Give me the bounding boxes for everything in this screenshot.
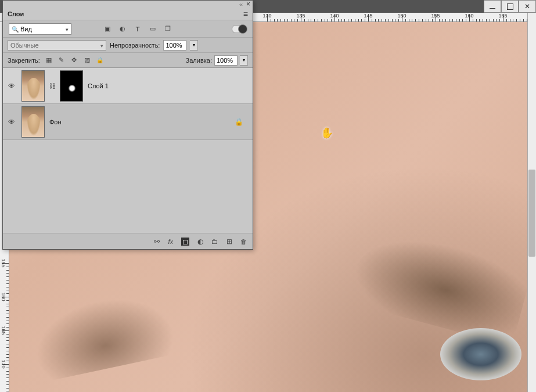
panel-empty-area (3, 140, 253, 233)
layer-thumbnail[interactable] (21, 106, 45, 138)
opacity-value: 100% (166, 42, 182, 49)
fx-icon[interactable]: fx (168, 238, 173, 245)
collapse-icon[interactable] (239, 1, 243, 8)
filter-type-value: Вид (20, 26, 32, 33)
ruler-label: 155 (1, 258, 6, 267)
layer-mask-thumbnail[interactable] (60, 70, 83, 102)
lock-row: Закрепить: Заливка: 100% (3, 53, 253, 68)
ruler-label: 165 (1, 326, 6, 335)
link-icon[interactable]: ⛓ (49, 82, 55, 89)
opacity-label: Непрозрачность: (110, 42, 160, 49)
lock-position-icon[interactable] (70, 56, 78, 64)
visibility-icon[interactable] (8, 82, 15, 90)
panel-footer: fx (3, 233, 253, 249)
ruler-label: 160 (1, 292, 6, 301)
layer-name[interactable]: Слой 1 (88, 82, 109, 89)
opacity-input[interactable]: 100% (163, 40, 186, 51)
ruler-label: 165 (498, 13, 507, 19)
group-icon[interactable] (211, 238, 218, 246)
ruler-label: 145 (364, 13, 372, 19)
fill-label: Заливка: (186, 57, 212, 64)
adjustment-layer-icon[interactable] (197, 238, 203, 246)
lock-icons (45, 56, 104, 64)
layer-name[interactable]: Фон (49, 118, 62, 125)
ruler-label: 130 (262, 13, 271, 19)
chevron-down-icon (100, 42, 103, 49)
panel-close-icon[interactable] (246, 0, 250, 8)
ruler-label: 160 (465, 13, 473, 19)
layer-list: ⛓ Слой 1 Фон 🔒 (3, 68, 253, 140)
ruler-label: 135 (296, 13, 305, 19)
vertical-scrollbar[interactable] (527, 13, 536, 392)
maximize-button[interactable] (501, 0, 519, 13)
ruler-label: 150 (397, 13, 406, 19)
panel-menu-icon[interactable] (243, 9, 248, 19)
search-icon (12, 26, 20, 33)
shape-filter-icon[interactable] (148, 24, 157, 34)
layers-tab[interactable]: Слои (8, 10, 24, 17)
pixel-filter-icon[interactable] (103, 24, 112, 34)
lock-icon: 🔒 (235, 118, 243, 126)
new-layer-icon[interactable] (226, 238, 232, 246)
lock-label: Закрепить: (8, 57, 40, 64)
add-mask-icon[interactable] (181, 238, 189, 246)
fill-value: 100% (217, 57, 233, 64)
ruler-label: 170 (1, 359, 6, 368)
lock-brush-icon[interactable] (57, 56, 66, 64)
smartobject-filter-icon[interactable] (163, 24, 172, 34)
minimize-button[interactable] (484, 0, 501, 13)
ruler-label: 155 (431, 13, 440, 19)
lock-artboard-icon[interactable] (83, 56, 91, 64)
delete-layer-icon[interactable] (240, 238, 247, 246)
fill-input[interactable]: 100% (214, 55, 238, 66)
layers-panel: Слои Вид Обычные Непрозрачность: 100% За… (2, 0, 253, 250)
panel-tab-row: Слои (3, 8, 253, 20)
text-filter-icon[interactable] (133, 24, 142, 34)
lock-pixels-icon[interactable] (45, 56, 53, 64)
blend-mode-select[interactable]: Обычные (8, 40, 106, 51)
canvas-image (440, 328, 521, 380)
panel-top-bar (3, 1, 253, 8)
filter-toggle[interactable] (232, 25, 247, 33)
link-layers-icon[interactable] (154, 238, 160, 246)
chevron-down-icon (66, 26, 69, 33)
lock-all-icon[interactable] (96, 56, 104, 64)
opacity-dropdown-icon[interactable] (190, 40, 198, 51)
visibility-icon[interactable] (8, 118, 15, 126)
adjustment-filter-icon[interactable] (118, 24, 127, 34)
blend-row: Обычные Непрозрачность: 100% (3, 38, 253, 53)
ruler-label: 140 (330, 13, 339, 19)
filter-icons (103, 24, 172, 34)
layer-filter-row: Вид (3, 20, 253, 38)
scrollbar-thumb[interactable] (528, 170, 535, 257)
fill-dropdown-icon[interactable] (240, 55, 248, 66)
close-button[interactable] (519, 0, 536, 13)
filter-type-select[interactable]: Вид (9, 23, 71, 35)
layer-row[interactable]: ⛓ Слой 1 (3, 68, 253, 104)
window-controls (484, 0, 536, 13)
blend-mode-value: Обычные (10, 42, 39, 49)
layer-row[interactable]: Фон 🔒 (3, 104, 253, 140)
layer-thumbnail[interactable] (21, 70, 45, 102)
